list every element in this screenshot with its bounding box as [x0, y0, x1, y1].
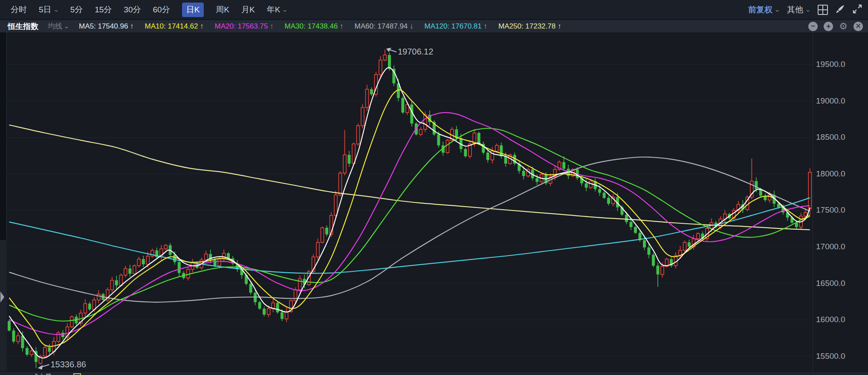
tab-周K[interactable]: 周K: [216, 4, 229, 15]
ma-values: MA5: 17540.96 ↑MA10: 17414.62 ↑MA20: 175…: [79, 22, 561, 31]
tab-30分[interactable]: 30分: [124, 4, 141, 15]
ma-line-MA5: [9, 68, 810, 358]
close-circle-icon[interactable]: ✕: [854, 22, 863, 31]
indicator-bar: 恒生指数 均线⌄ MA5: 17540.96 ↑MA10: 17414.62 ↑…: [0, 20, 868, 32]
ma-value-MA120: MA120: 17670.81 ↑: [425, 22, 487, 31]
brush-icon[interactable]: [836, 4, 845, 15]
y-axis-label: 19000.0: [816, 96, 845, 106]
gear-icon[interactable]: ⚙: [839, 22, 848, 31]
toolbar-right-controls: 前复权⌄ 其他⌄: [748, 4, 868, 15]
ma-value-MA20: MA20: 17563.75 ↑: [215, 22, 274, 31]
symbol-name: 恒生指数: [0, 21, 38, 32]
ma-value-MA5: MA5: 17540.96 ↑: [79, 22, 134, 31]
tab-年K[interactable]: 年K⌄: [267, 4, 287, 15]
tab-分时[interactable]: 分时: [11, 4, 27, 15]
volume-ma-swatch: [73, 373, 81, 375]
adjust-mode-dropdown[interactable]: 前复权⌄: [748, 4, 779, 15]
ma-line-MA120: [9, 198, 810, 273]
ma-selector-dropdown[interactable]: 均线⌄: [48, 21, 69, 31]
expand-icon[interactable]: [853, 4, 862, 15]
ma-line-MA250: [9, 125, 810, 230]
ma-line-MA30: [9, 128, 810, 321]
chevron-down-icon: ⌄: [53, 7, 59, 12]
axis-border: [813, 32, 813, 371]
y-axis-label: 17500.0: [816, 205, 845, 215]
tab-15分[interactable]: 15分: [95, 4, 112, 15]
chevron-down-icon: ⌄: [805, 7, 811, 12]
y-axis-label: 16000.0: [816, 315, 845, 324]
tab-日K[interactable]: 日K: [182, 3, 204, 17]
ma-value-MA30: MA30: 17438.46 ↑: [285, 22, 344, 31]
y-axis-label: 16500.0: [816, 279, 845, 288]
minus-circle-icon[interactable]: −: [808, 22, 818, 31]
y-axis-label: 19500.0: [816, 60, 845, 69]
y-axis-label: 18500.0: [816, 133, 845, 142]
chevron-down-icon: ⌄: [774, 7, 780, 12]
indicator-bar-icons: − + ⚙ ✕: [808, 22, 868, 31]
plot-left-border: [6, 32, 7, 371]
ma-value-MA10: MA10: 17414.62 ↑: [145, 22, 204, 31]
tab-5分[interactable]: 5分: [70, 4, 83, 15]
period-tabs: 分时5日⌄5分15分30分60分日K周K月K年K⌄: [0, 3, 287, 17]
volume-panel-clipped[interactable]: 成交量: [0, 371, 868, 375]
candlestick-chart[interactable]: 19500.019000.018500.018000.017500.017000…: [0, 32, 868, 371]
period-toolbar: 分时5日⌄5分15分30分60分日K周K月K年K⌄ 前复权⌄ 其他⌄: [0, 0, 868, 20]
ma-value-MA250: MA250: 17232.78 ↑: [498, 22, 561, 31]
tab-60分[interactable]: 60分: [153, 4, 170, 15]
tab-5日[interactable]: 5日⌄: [39, 4, 58, 15]
grid-layout-icon[interactable]: [818, 5, 828, 15]
ma-value-MA60: MA60: 17487.94 ↓: [355, 22, 414, 31]
price-plot[interactable]: [0, 32, 868, 371]
y-axis-label: 17000.0: [816, 242, 845, 251]
other-dropdown[interactable]: 其他⌄: [787, 4, 810, 15]
tab-月K[interactable]: 月K: [241, 4, 255, 15]
y-axis-label: 15500.0: [816, 352, 845, 361]
chevron-down-icon: ⌄: [64, 24, 69, 29]
price-annotation: 15336.86: [50, 360, 86, 369]
y-axis-label: 18000.0: [816, 169, 845, 179]
chevron-down-icon: ⌄: [282, 7, 288, 12]
volume-panel-label: 成交量: [32, 373, 52, 375]
plus-circle-icon[interactable]: +: [824, 22, 833, 31]
price-annotation: 19706.12: [398, 47, 433, 57]
